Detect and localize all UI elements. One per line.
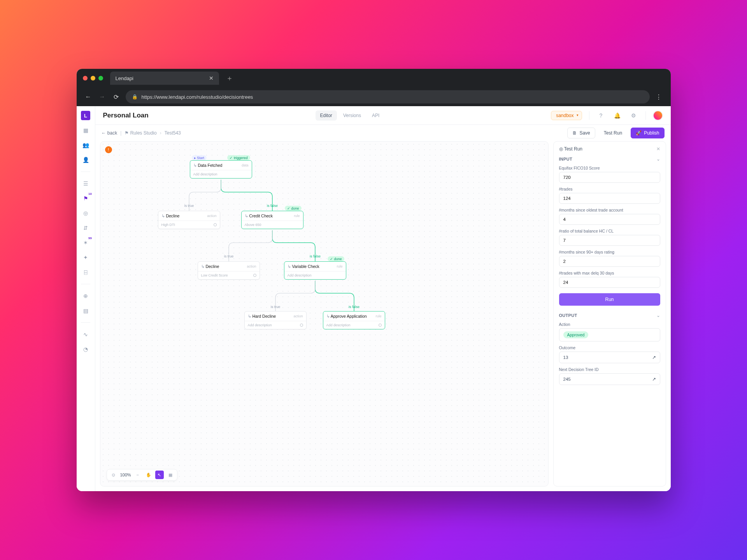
port-icon[interactable] xyxy=(253,274,256,277)
nav-back-icon[interactable]: ← xyxy=(84,92,93,102)
node-decline-2[interactable]: Declineaction Low Credit Score xyxy=(198,261,260,280)
output-outcome[interactable]: 13↗ xyxy=(559,352,660,363)
publish-button[interactable]: 🚀 Publish xyxy=(631,128,664,138)
rail-item-data[interactable]: ⌸ xyxy=(80,268,91,277)
rail-item-target[interactable]: ◎ xyxy=(80,208,91,218)
lbl-ratio: #ratio of total balance HC / CL xyxy=(559,229,660,233)
logo-icon[interactable]: L xyxy=(81,111,90,120)
notifications-icon[interactable]: 🔔 xyxy=(613,111,622,120)
avatar[interactable] xyxy=(653,110,663,121)
tab-api[interactable]: API xyxy=(367,110,384,121)
grid-toggle-icon[interactable]: ▦ xyxy=(166,471,175,479)
settings-icon[interactable]: ⚙ xyxy=(629,111,638,120)
edge-label-istrue-2: is true xyxy=(224,254,233,258)
lbl-out-nextid: Next Decision Tree ID xyxy=(559,367,660,372)
environment-select[interactable]: sandbox xyxy=(551,111,582,120)
edge-label-isfalse-2: is false xyxy=(309,254,320,258)
rail-item-reports[interactable]: ◔ xyxy=(80,345,91,354)
input-ratio[interactable] xyxy=(559,235,660,246)
lbl-months-90: #months since 90+ days rating xyxy=(559,250,660,254)
input-months-90[interactable] xyxy=(559,256,660,267)
back-button[interactable]: ← back xyxy=(102,130,117,136)
rail-item-catalog[interactable]: ☰ xyxy=(80,179,91,188)
zoom-out-icon[interactable]: − xyxy=(133,471,142,479)
nav-forward-icon[interactable]: → xyxy=(98,92,107,102)
output-action: Approved xyxy=(559,328,660,341)
node-decline-1[interactable]: Declineaction High DTI xyxy=(158,211,220,229)
lbl-out-action: Action xyxy=(559,322,660,327)
zoom-level: 100% xyxy=(120,472,131,477)
output-heading: OUTPUT xyxy=(559,313,577,318)
page-title: Personal Loan xyxy=(103,112,149,119)
input-max-delq[interactable] xyxy=(559,277,660,288)
input-fico[interactable] xyxy=(559,172,660,183)
lbl-fico: Equifax FICO10 Score xyxy=(559,166,660,170)
rail-item-docs[interactable]: ▤ xyxy=(80,306,91,315)
rail-item-rules-studio[interactable]: ⚑10 xyxy=(80,194,91,203)
address-url: https://www.lendapi.com/rulesstudio/deci… xyxy=(142,94,253,100)
node-start[interactable]: ▸ Start ✓ triggered Data Fetcheddata Add… xyxy=(190,160,252,178)
pan-tool-icon[interactable]: ✋ xyxy=(144,471,153,479)
input-months-oldest[interactable] xyxy=(559,214,660,225)
status-badge: ✓ done xyxy=(328,256,344,261)
test-run-button[interactable]: Test Run xyxy=(599,128,627,138)
rail-item-user-add[interactable]: 👤 xyxy=(80,155,91,164)
rail-item-users[interactable]: 👥 xyxy=(80,140,91,150)
run-button[interactable]: Run xyxy=(559,293,660,306)
lock-icon: 🔒 xyxy=(132,94,138,100)
port-icon[interactable] xyxy=(214,223,217,226)
input-heading: INPUT xyxy=(559,157,573,161)
rail-item-globe[interactable]: ⊕ xyxy=(80,291,91,301)
status-badge: ✓ done xyxy=(285,206,302,211)
lbl-out-outcome: Outcome xyxy=(559,345,660,350)
close-panel-icon[interactable]: ✕ xyxy=(656,146,660,152)
rail-item-pipeline[interactable]: ⇵ xyxy=(80,223,91,233)
view-tabs: Editor Versions API xyxy=(316,110,384,121)
breadcrumb: ← back | ⚑ Rules Studio › Test543 xyxy=(102,130,181,136)
browser-tab-title: Lendapi xyxy=(116,75,133,81)
port-icon[interactable] xyxy=(379,324,382,327)
node-approve[interactable]: Approve Applicationrule Add description xyxy=(323,311,385,329)
lbl-trades: #trades xyxy=(559,187,660,191)
edge-label-isfalse-3: is false xyxy=(348,305,359,309)
node-credit-check[interactable]: ✓ done Credit Checkrule Above 650 xyxy=(241,211,303,229)
address-bar[interactable]: 🔒 https://www.lendapi.com/rulesstudio/de… xyxy=(126,90,650,103)
edge-label-istrue-3: is true xyxy=(270,305,280,309)
panel-title: ◎ Test Run xyxy=(559,146,582,152)
expand-icon[interactable]: ↗ xyxy=(652,355,656,360)
nav-reload-icon[interactable]: ⟳ xyxy=(112,92,121,102)
zoom-reset-icon[interactable]: ⊙ xyxy=(109,471,118,479)
flow-canvas[interactable]: ! is true is false xyxy=(100,141,549,486)
output-next-id[interactable]: 245↗ xyxy=(559,373,660,385)
zoom-toolbar: ⊙ 100% − ✋ ↖ ▦ xyxy=(107,469,177,481)
save-button[interactable]: 🗎 Save xyxy=(567,128,595,138)
collapse-output-icon[interactable]: ⌄ xyxy=(656,313,660,318)
tab-editor[interactable]: Editor xyxy=(316,110,337,121)
test-run-panel: ◎ Test Run ✕ INPUT ⌄ Equifax FICO10 Scor… xyxy=(553,141,666,486)
rail-item-plugins[interactable]: ✦ xyxy=(80,253,91,262)
new-tab-icon[interactable]: ＋ xyxy=(223,74,236,83)
cursor-tool-icon[interactable]: ↖ xyxy=(155,471,164,479)
status-badge: ✓ triggered xyxy=(227,155,250,160)
lbl-max-delq: #trades with max delq 30 days xyxy=(559,271,660,275)
crumb-root[interactable]: ⚑ Rules Studio xyxy=(124,130,156,136)
node-variable-check[interactable]: ✓ done Variable Checkrule Add descriptio… xyxy=(284,261,346,280)
rail-item-activity[interactable]: ∿ xyxy=(80,330,91,339)
expand-icon[interactable]: ↗ xyxy=(652,376,656,382)
browser-menu-icon[interactable]: ⋮ xyxy=(654,93,664,101)
window-controls[interactable] xyxy=(83,76,103,80)
tab-versions[interactable]: Versions xyxy=(338,110,366,121)
rail-item-dashboard[interactable]: ▦ xyxy=(80,126,91,135)
crumb-leaf: Test543 xyxy=(165,130,181,136)
input-trades[interactable] xyxy=(559,193,660,204)
edge-label-istrue-1: is true xyxy=(184,204,194,208)
help-icon[interactable]: ? xyxy=(596,111,606,120)
node-hard-decline[interactable]: Hard Declineaction Add description xyxy=(244,311,307,329)
left-rail: L ▦ 👥 👤 ☰ ⚑10 ◎ ⇵ ✶99 ✦ ⌸ ⊕ ▤ ∿ ◔ xyxy=(77,106,95,491)
browser-tab[interactable]: Lendapi ✕ xyxy=(110,72,219,85)
rail-item-tools[interactable]: ✶99 xyxy=(80,238,91,247)
port-icon[interactable] xyxy=(300,324,303,327)
collapse-input-icon[interactable]: ⌄ xyxy=(656,156,660,162)
close-tab-icon[interactable]: ✕ xyxy=(209,75,214,81)
start-badge: ▸ Start xyxy=(192,155,207,160)
